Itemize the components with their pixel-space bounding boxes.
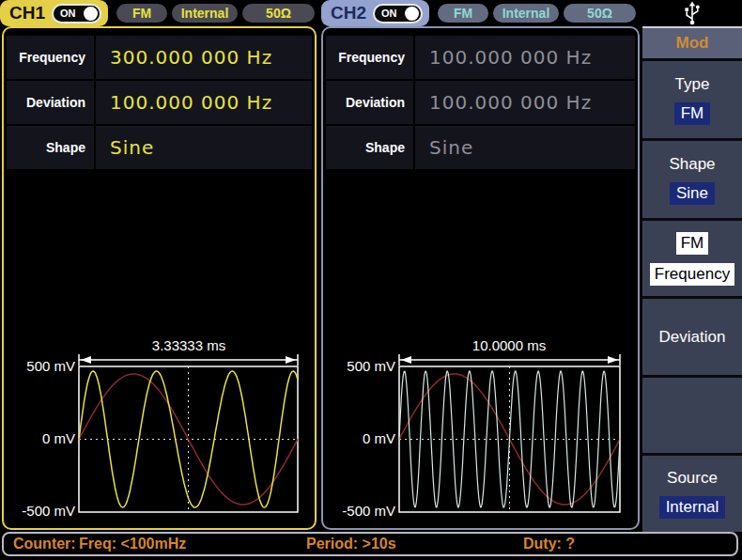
ch1-span-arrowhead-right-icon <box>286 356 296 364</box>
ch2-tab[interactable]: CH2 ON <box>321 0 429 26</box>
ch1-tab[interactable]: CH1 ON <box>0 0 108 26</box>
ch1-frequency-value[interactable]: 300.000 000 Hz <box>96 36 312 79</box>
counter-freq: Freq: <100mHz <box>79 536 186 552</box>
generator-screen: CH1 ON FM Internal 50Ω CH2 ON FM Interna… <box>0 0 742 560</box>
ch2-source-badge: Internal <box>493 4 559 23</box>
ch2-shape-label: Shape <box>326 126 413 169</box>
ch1-mod-badge: FM <box>116 4 167 23</box>
ch2-impedance-badge: 50Ω <box>564 4 636 23</box>
ch1-shape-row: Shape Sine <box>7 126 312 169</box>
softkey-shape-label: Shape <box>669 155 715 174</box>
softkey-source-value: Internal <box>659 496 726 519</box>
ch2-shape-row: Shape Sine <box>326 126 635 169</box>
softkey-blank[interactable] <box>642 378 742 456</box>
ch2-span-label: 10.0000 ms <box>472 337 546 353</box>
ch2-frequency-row: Frequency 100.000 000 Hz <box>326 36 635 79</box>
ch2-header: CH2 ON FM Internal 50Ω <box>321 0 640 26</box>
ch1-params: Frequency 300.000 000 Hz Deviation 100.0… <box>7 36 312 169</box>
ch1-frequency-label: Frequency <box>7 36 94 79</box>
ch2-span-arrowhead-left-icon <box>401 356 411 364</box>
ch2-toggle-state: ON <box>381 8 397 19</box>
ch2-status-pills: FM Internal 50Ω <box>438 4 636 23</box>
ch2-span-arrowhead-right-icon <box>608 356 618 364</box>
softkey-deviation[interactable]: Deviation <box>642 299 742 378</box>
ch1-span-arrowhead-left-icon <box>81 356 91 364</box>
ch2-frequency-label: Frequency <box>326 36 413 79</box>
ch1-shape-label: Shape <box>7 126 94 169</box>
ch2-toggle-knob-icon <box>405 7 419 21</box>
ch2-deviation-label: Deviation <box>326 81 413 124</box>
softkey-type-value: FM <box>674 102 711 125</box>
softkey-fm-line: FM <box>676 232 709 255</box>
counter-period: Period: >10s <box>306 536 396 552</box>
ch1-span-arrow-icon <box>79 354 298 366</box>
softkey-source-label: Source <box>667 469 718 488</box>
ch1-waveform-preview: 3.33333 ms 500 mV 0 mV -500 mV <box>6 336 316 519</box>
ch2-deviation-value[interactable]: 100.000 000 Hz <box>415 81 635 124</box>
ch1-tab-label: CH1 <box>9 3 45 23</box>
ch2-on-toggle[interactable]: ON <box>373 4 423 23</box>
softkey-menu: Mod Type FM Shape Sine FM Frequency Devi… <box>642 26 742 532</box>
ch2-ylabel-mid: 0 mV <box>363 430 395 446</box>
counter-status-bar: Counter: Freq: <100mHz Period: >10s Duty… <box>2 532 738 556</box>
ch1-ylabel-bottom: -500 mV <box>22 503 75 519</box>
ch1-ylabel-mid: 0 mV <box>42 430 75 446</box>
ch2-waveform-preview: 10.0000 ms 500 mV 0 mV -500 mV <box>325 336 639 519</box>
softkey-type-label: Type <box>675 75 710 94</box>
ch1-impedance-badge: 50Ω <box>242 4 315 23</box>
ch1-shape-value[interactable]: Sine <box>96 126 312 169</box>
ch1-toggle-state: ON <box>60 8 76 19</box>
usb-status-area <box>642 0 742 26</box>
ch1-toggle-knob-icon <box>84 7 98 21</box>
softkey-deviation-label: Deviation <box>659 328 726 347</box>
ch2-span-arrow-icon <box>399 354 620 366</box>
ch2-shape-value[interactable]: Sine <box>415 126 635 169</box>
ch2-frequency-value[interactable]: 100.000 000 Hz <box>415 36 635 79</box>
ch1-header: CH1 ON FM Internal 50Ω <box>0 0 317 26</box>
ch1-panel: Frequency 300.000 000 Hz Deviation 100.0… <box>2 26 317 530</box>
ch1-deviation-row: Deviation 100.000 000 Hz <box>7 81 312 124</box>
ch1-span-label: 3.33333 ms <box>152 337 225 353</box>
softkey-shape[interactable]: Shape Sine <box>642 141 742 221</box>
counter-duty: Duty: ? <box>523 536 575 552</box>
ch2-params: Frequency 100.000 000 Hz Deviation 100.0… <box>326 36 635 169</box>
ch2-tab-label: CH2 <box>331 3 366 23</box>
ch2-panel: Frequency 100.000 000 Hz Deviation 100.0… <box>321 26 640 530</box>
ch2-ylabel-top: 500 mV <box>347 358 395 374</box>
softkey-source[interactable]: Source Internal <box>642 456 742 532</box>
menu-title: Mod <box>642 26 742 61</box>
ch1-status-pills: FM Internal 50Ω <box>116 4 315 23</box>
ch2-ylabel-bottom: -500 mV <box>342 503 395 519</box>
ch1-ylabel-top: 500 mV <box>26 358 75 374</box>
ch1-deviation-label: Deviation <box>7 81 94 124</box>
ch2-deviation-row: Deviation 100.000 000 Hz <box>326 81 635 124</box>
softkey-fm-frequency[interactable]: FM Frequency <box>642 221 742 299</box>
counter-label: Counter: <box>13 536 76 552</box>
ch1-on-toggle[interactable]: ON <box>52 4 101 23</box>
usb-icon <box>683 1 702 25</box>
softkey-type[interactable]: Type FM <box>642 61 742 141</box>
ch1-frequency-row: Frequency 300.000 000 Hz <box>7 36 312 79</box>
softkey-shape-value: Sine <box>670 182 715 205</box>
ch1-deviation-value[interactable]: 100.000 000 Hz <box>96 81 312 124</box>
softkey-frequency-line: Frequency <box>650 263 734 286</box>
ch2-mod-badge: FM <box>438 4 488 23</box>
ch1-source-badge: Internal <box>172 4 238 23</box>
